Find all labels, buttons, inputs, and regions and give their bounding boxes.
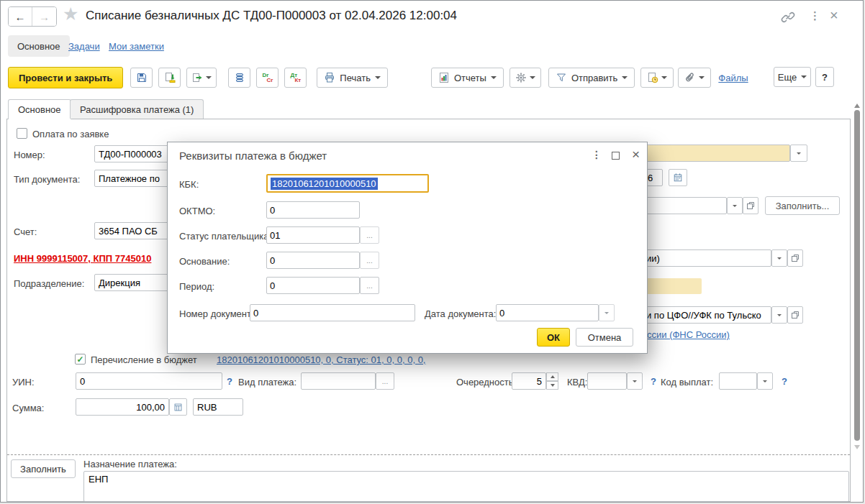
post-document-button[interactable] — [158, 68, 181, 88]
dr-cr-button[interactable]: DrCr — [256, 68, 278, 88]
dialog-cancel-button[interactable]: Отмена — [576, 328, 633, 347]
department-input[interactable]: Дирекция — [94, 274, 172, 291]
doc-number-label: Номер документа: — [179, 308, 259, 319]
scrollbar-up-arrow-icon[interactable] — [854, 101, 860, 108]
account-input[interactable]: 3654 ПАО СБ — [94, 222, 172, 239]
dr-cr-icon: DrCr — [262, 73, 273, 83]
register-records-button[interactable] — [228, 68, 250, 88]
print-button[interactable]: Печать — [317, 68, 388, 88]
vertical-scrollbar[interactable] — [853, 98, 861, 454]
oktmo-input[interactable]: 0 — [266, 201, 360, 219]
budget-requisites-link[interactable]: 18201061201010000510, 0, Статус: 01, 0, … — [217, 354, 425, 365]
dropdown-caret-icon — [763, 380, 767, 385]
payout-code-help-mark[interactable]: ? — [782, 376, 787, 387]
reports-button[interactable]: Отчеты — [431, 68, 504, 88]
get-link-icon[interactable] — [781, 10, 795, 27]
window-close-icon[interactable]: × — [830, 7, 838, 24]
payer-status-ellipsis-button[interactable]: ... — [360, 226, 379, 244]
doc-number-input[interactable]: 0 — [250, 304, 415, 321]
doc-date-combo-arrow[interactable] — [599, 304, 615, 321]
payment-kind-ellipsis-button[interactable]: ... — [376, 372, 394, 390]
kvd-combo-arrow[interactable] — [627, 372, 643, 390]
counterparty-combo-arrow[interactable] — [727, 197, 743, 214]
pay-by-request-checkbox[interactable] — [17, 128, 27, 139]
budget-requisites-dialog: Реквизиты платежа в бюджет ⋮ × КБК: 1820… — [167, 142, 648, 354]
spinner-up-icon[interactable] — [546, 372, 558, 381]
budget-transfer-checkbox[interactable]: ✓ — [75, 354, 86, 365]
fill-purpose-button[interactable]: Заполнить — [11, 459, 76, 478]
payout-code-combo-arrow[interactable] — [757, 372, 773, 390]
scrollbar-thumb[interactable] — [854, 110, 860, 441]
scrollbar-down-arrow-icon[interactable] — [854, 445, 860, 452]
period-input[interactable]: 0 — [266, 277, 360, 294]
payer-status-input[interactable]: 01 — [266, 226, 360, 244]
gear-icon — [515, 72, 527, 83]
dialog-maximize-icon[interactable] — [612, 152, 620, 160]
window-menu-kebab-icon[interactable]: ⋮ — [810, 9, 820, 22]
history-nav-group: ← → — [8, 6, 57, 27]
send-label: Отправить — [571, 73, 617, 83]
settings-button[interactable] — [510, 68, 541, 88]
back-button[interactable]: ← — [9, 7, 32, 26]
post-and-close-button[interactable]: Провести и закрыть — [8, 67, 123, 88]
help-button[interactable]: ? — [815, 67, 834, 87]
inn-kpp-link[interactable]: ИНН 9999115007, КПП 7745010 — [14, 253, 169, 264]
save-floppy-icon — [136, 72, 148, 83]
favorite-star-icon[interactable]: ★ — [63, 4, 78, 24]
dialog-close-icon[interactable]: × — [632, 147, 640, 162]
fns-link-fragment[interactable]: ссии (ФНС России) — [647, 329, 730, 340]
treasury-open-button[interactable] — [787, 306, 803, 324]
kbk-input[interactable]: 18201061201010000510 — [266, 174, 429, 193]
nav-link-tasks[interactable]: Задачи — [68, 41, 100, 52]
currency-input[interactable]: RUB — [193, 398, 243, 416]
doc-date-input[interactable]: 0 — [496, 304, 599, 321]
basis-ellipsis-button[interactable]: ... — [360, 252, 379, 269]
uin-help-mark[interactable]: ? — [227, 376, 232, 387]
recipient-combo-arrow[interactable] — [771, 249, 787, 267]
tab-payment-breakdown[interactable]: Расшифровка платежа (1) — [70, 99, 204, 119]
files-link[interactable]: Файлы — [718, 73, 748, 83]
forward-button[interactable]: → — [32, 7, 56, 26]
spinner-down-icon[interactable] — [546, 381, 558, 390]
dialog-menu-kebab-icon[interactable]: ⋮ — [592, 149, 602, 160]
fill-requisites-button[interactable]: Заполнить... — [765, 196, 840, 215]
period-ellipsis-button[interactable]: ... — [360, 277, 379, 294]
dialog-ok-button[interactable]: ОК — [537, 328, 570, 347]
send-button[interactable]: Отправить — [548, 68, 635, 88]
payment-kind-input[interactable] — [301, 372, 376, 390]
dt-kt-button[interactable]: ДтКт — [284, 68, 307, 88]
basis-input[interactable]: 0 — [266, 252, 360, 269]
operation-combo-arrow[interactable] — [790, 145, 807, 162]
kvd-input[interactable] — [587, 372, 627, 390]
reminder-button[interactable] — [640, 68, 674, 88]
budget-transfer-label: Перечисление в бюджет — [91, 354, 197, 365]
calculator-button[interactable] — [169, 398, 187, 416]
kvd-help-mark[interactable]: ? — [651, 376, 656, 387]
recipient-open-button[interactable] — [787, 249, 803, 267]
amount-input[interactable]: 100,00 — [76, 398, 169, 416]
app-window: ← → ★ Списание безналичных ДС ТД00-П0000… — [0, 0, 864, 503]
nav-link-notes[interactable]: Мои заметки — [109, 41, 164, 52]
more-label: Еще — [778, 72, 797, 83]
priority-spinner[interactable] — [546, 372, 558, 390]
save-button[interactable] — [130, 68, 153, 88]
create-based-on-button[interactable] — [186, 68, 217, 88]
nav-tab-main[interactable]: Основное — [8, 35, 70, 57]
uin-input[interactable]: 0 — [76, 372, 222, 390]
department-label: Подразделение: — [14, 278, 84, 289]
tab-main[interactable]: Основное — [8, 99, 71, 119]
attachments-button[interactable] — [678, 68, 711, 88]
doc-type-input[interactable]: Платежное по — [94, 170, 172, 187]
kbk-label: КБК: — [179, 179, 199, 190]
counterparty-open-button[interactable] — [743, 197, 758, 214]
payout-code-input[interactable] — [719, 372, 757, 390]
priority-input[interactable]: 5 — [512, 372, 546, 390]
more-button[interactable]: Еще — [774, 67, 811, 87]
dropdown-caret-icon — [797, 152, 801, 157]
purpose-textarea[interactable]: ЕНП — [83, 471, 849, 502]
calendar-button[interactable] — [669, 169, 687, 186]
number-input[interactable]: ТД00-П000003 — [94, 145, 172, 162]
basis-label: Основание: — [179, 256, 230, 267]
oktmo-label: ОКТМО: — [179, 206, 215, 216]
treasury-combo-arrow[interactable] — [771, 306, 787, 324]
